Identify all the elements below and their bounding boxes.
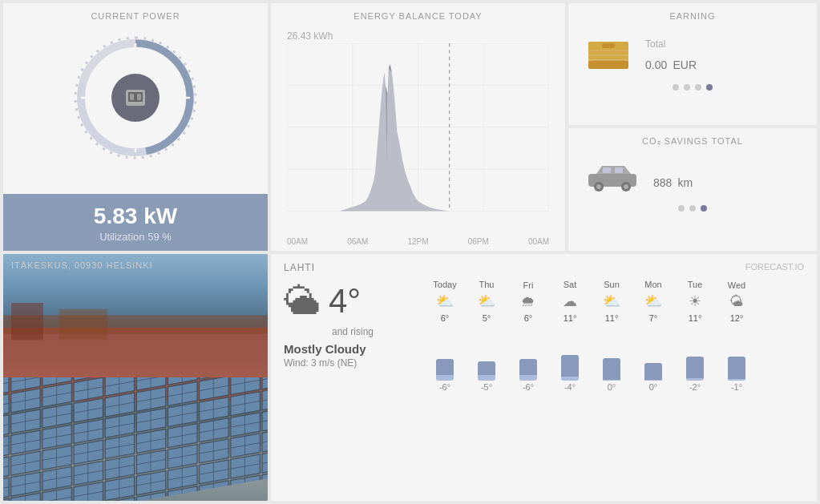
energy-chart-area [271,43,565,236]
forecast-days: Today ⛅ 6° -6° Thu ⛅ 5° -5° Fri 🌧 6° [428,280,804,392]
cloud-sun-icon: 🌥 [284,280,321,323]
day-label: Mon [644,280,661,289]
weather-wind: Wind: 3 m/s (NE) [284,357,357,369]
day-bar-pos [603,358,620,380]
forecast-day-fri: Fri 🌧 6° -6° [511,280,545,392]
day-bar-neg [519,375,537,381]
day-low: -4° [564,382,576,392]
earning-total-value: 0.00 EUR [645,50,697,75]
day-bar-pos [686,357,704,378]
day-low: -6° [523,382,534,392]
power-value: 5.83 kW [3,204,268,229]
co2-dot-1[interactable] [678,205,685,212]
day-high: 6° [441,313,450,323]
power-value-box: 5.83 kW Utilization 59 % [3,194,268,251]
co2-dots [568,205,817,218]
forecast-day-mon: Mon ⛅ 7° 0° [636,280,670,392]
money-stack-icon [584,34,632,79]
weather-location: LAHTI [284,262,315,273]
co2-title: CO₂ SAVINGS TOTAL [568,128,817,151]
co2-content: 888 km [568,151,817,205]
day-low: -5° [481,382,492,392]
day-label: Wed [728,280,745,290]
day-icon: 🌤 [729,293,744,310]
day-icon: ⛅ [478,292,495,310]
svg-rect-30 [588,61,628,69]
co2-unit: km [678,176,693,189]
power-center-icon [111,74,160,122]
day-bar-pos [561,355,579,377]
dot-4-active[interactable] [706,84,713,91]
solar-panels-grid [3,377,268,501]
day-high: 5° [483,313,491,323]
energy-balance-panel: ENERGY BALANCE TODAY 26.43 kWh [271,3,565,251]
car-icon [584,159,640,200]
day-low: -2° [689,382,701,392]
svg-rect-10 [130,94,134,100]
weather-left: 🌥 4° and rising Mostly Cloudy Wind: 3 m/… [284,280,412,369]
forecast-day-sat: Sat ☁ 11° -4° [553,280,587,392]
earning-total-label: Total [645,38,697,50]
dot-2[interactable] [684,84,690,91]
dot-3[interactable] [695,84,701,91]
day-high: 7° [649,313,658,323]
car-svg [584,159,640,193]
day-high: 12° [730,313,744,323]
current-power-panel: CURRENT POWER [3,3,268,251]
co2-panel: CO₂ SAVINGS TOTAL [568,128,817,250]
day-icon: ⛅ [644,292,662,310]
day-low: 0° [608,382,616,392]
x-label-1: 06AM [347,237,368,246]
co2-km: 888 km [653,167,693,192]
weather-description: Mostly Cloudy [284,342,366,356]
day-bar-pos [644,363,662,380]
energy-chart-svg [287,43,549,212]
svg-point-39 [624,184,628,189]
day-bar-pos [436,359,454,375]
day-bar-container [644,325,662,381]
svg-rect-35 [615,167,623,173]
co2-dot-2[interactable] [689,205,696,212]
day-bar-container [686,325,704,381]
earning-text: Total 0.00 EUR [645,38,697,75]
weather-panel: LAHTI FORECAST.IO 🌥 4° and rising Mostly… [271,254,817,502]
power-utilization: Utilization 59 % [3,231,268,243]
forecast-source: FORECAST.IO [745,262,804,272]
inverter-icon [123,85,148,111]
day-bar-neg [561,377,579,381]
svg-rect-32 [602,43,615,48]
forecast-day-sun: Sun ⛅ 11° 0° [595,280,628,392]
day-bar-pos [478,361,495,375]
day-high: 6° [524,313,533,323]
day-high: 11° [605,313,619,323]
svg-rect-42 [11,303,43,340]
day-bar-neg [644,380,662,381]
day-bar-container [519,325,537,381]
right-column: EARNING Total 0.00 [568,3,817,251]
forecast-day-wed: Wed 🌤 12° -1° [720,280,753,392]
forecast-day-today: Today ⛅ 6° -6° [428,280,462,392]
day-label: Today [433,280,456,289]
weather-header: LAHTI FORECAST.IO [284,262,804,273]
energy-x-labels: 00AM 06AM 12PM 06PM 00AM [271,236,565,251]
day-bar-neg [728,379,745,381]
dot-1[interactable] [673,84,679,91]
earning-panel: EARNING Total 0.00 [568,3,817,125]
day-label: Sun [604,280,620,289]
money-stack-svg [584,34,632,72]
weather-main: 🌥 4° and rising Mostly Cloudy Wind: 3 m/… [284,280,804,392]
co2-dot-3-active[interactable] [701,205,707,212]
day-icon: ☀ [689,292,701,310]
day-bar-container [603,325,620,381]
day-high: 11° [689,313,702,323]
day-icon: 🌧 [521,293,535,310]
energy-balance-label: 26.43 kWh [271,26,565,43]
x-label-4: 00AM [528,237,549,246]
day-low: -1° [731,382,742,392]
day-label: Tue [688,280,703,289]
day-bar-container [728,325,745,381]
day-low: -6° [439,382,450,392]
forecast-day-thu: Thu ⛅ 5° -5° [470,280,503,392]
location-label: ITÄKESKUS, 00930 HELSINKI [11,260,153,270]
day-label: Sat [563,280,577,289]
